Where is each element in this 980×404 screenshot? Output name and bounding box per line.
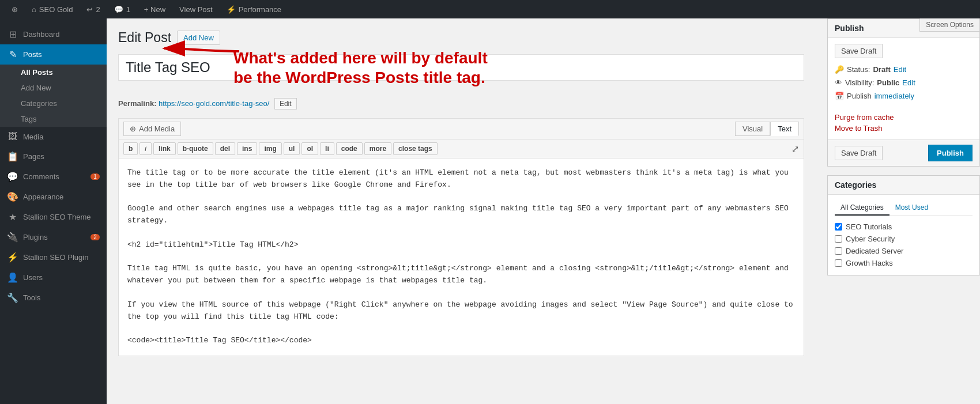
wp-logo-item[interactable]: ⊛ — [6, 0, 24, 18]
submenu-tags[interactable]: Tags — [0, 111, 107, 127]
sidebar-item-comments[interactable]: 💬 Comments 1 — [0, 167, 107, 187]
sidebar-item-posts[interactable]: ✎ Posts — [0, 44, 107, 65]
ol-button[interactable]: ol — [301, 142, 318, 155]
category-growth-hacks: Growth Hacks — [835, 257, 973, 269]
performance-icon: ⚡ — [227, 5, 236, 14]
img-button[interactable]: img — [259, 142, 281, 155]
sidebar: ⊞ Dashboard ✎ Posts All Posts Add New Ca… — [0, 18, 107, 404]
publish-time-link[interactable]: immediately — [875, 92, 914, 100]
annotation-text: What's added here will by default be the… — [233, 48, 488, 87]
sidebar-item-stallion-seo-theme[interactable]: ★ Stallion SEO Theme — [0, 207, 107, 227]
tools-icon: 🔧 — [7, 292, 18, 303]
permalink-edit-button[interactable]: Edit — [274, 98, 297, 110]
comments-badge: 1 — [91, 173, 100, 180]
sidebar-item-label: Pages — [23, 152, 44, 161]
expand-editor-button[interactable]: ⤢ — [791, 144, 799, 154]
ul-button[interactable]: ul — [284, 142, 300, 155]
editor-toolbar-left: ⊕ Add Media — [123, 122, 181, 136]
comments-item[interactable]: 💬 1 — [108, 0, 136, 18]
ins-button[interactable]: ins — [237, 142, 257, 155]
submenu-add-new[interactable]: Add New — [0, 80, 107, 96]
permalink-bar: Permalink: https://seo-gold.com/title-ta… — [118, 98, 804, 110]
bquote-button[interactable]: b-quote — [178, 142, 213, 155]
publish-save-draft-button[interactable]: Save Draft — [835, 146, 883, 160]
editor-container: ⊕ Add Media Visual Text b i link b-quote… — [118, 118, 804, 356]
status-edit-link[interactable]: Edit — [894, 65, 906, 74]
cat-checkbox-cyber-security[interactable] — [835, 235, 842, 243]
purge-cache-link[interactable]: Purge from cache — [835, 113, 973, 122]
cat-tab-most[interactable]: Most Used — [889, 201, 934, 216]
sidebar-item-label: Stallion SEO Theme — [23, 213, 91, 221]
right-sidebar: Publish Save Draft 🔑 Status: Draft Edit … — [816, 18, 980, 404]
revisions-item[interactable]: ↩ 2 — [81, 0, 105, 18]
save-draft-button[interactable]: Save Draft — [835, 44, 883, 58]
add-media-button[interactable]: ⊕ Add Media — [123, 122, 181, 136]
sidebar-item-plugins[interactable]: 🔌 Plugins 2 — [0, 227, 107, 247]
category-seo-tutorials: SEO Tutorials — [835, 221, 973, 233]
posts-submenu: All Posts Add New Categories Tags — [0, 65, 107, 127]
cat-checkbox-seo-tutorials[interactable] — [835, 223, 842, 231]
screen-options-button[interactable]: Screen Options — [919, 18, 980, 32]
status-icon: 🔑 — [835, 65, 844, 74]
italic-button[interactable]: i — [140, 142, 152, 155]
tab-text[interactable]: Text — [770, 122, 799, 136]
status-row: 🔑 Status: Draft Edit — [835, 63, 973, 76]
site-name-item[interactable]: ⌂ SEO Gold — [26, 0, 78, 18]
editor-content-area[interactable]: The title tag or to be more accurate the… — [119, 158, 804, 356]
code-button[interactable]: code — [336, 142, 363, 155]
sidebar-item-stallion-seo-plugin[interactable]: ⚡ Stallion SEO Plugin — [0, 247, 107, 267]
view-post-item[interactable]: View Post — [174, 0, 218, 18]
submenu-categories[interactable]: Categories — [0, 96, 107, 111]
sidebar-item-tools[interactable]: 🔧 Tools — [0, 288, 107, 308]
del-button[interactable]: del — [215, 142, 235, 155]
categories-box: Categories All Categories Most Used SEO … — [827, 175, 980, 275]
pages-icon: 📋 — [7, 151, 18, 162]
li-button[interactable]: li — [320, 142, 334, 155]
dashboard-icon: ⊞ — [7, 29, 18, 40]
cat-checkbox-dedicated-server[interactable] — [835, 247, 842, 255]
categories-box-header[interactable]: Categories — [828, 176, 979, 195]
new-item[interactable]: + New — [138, 0, 171, 18]
wp-logo-icon: ⊛ — [12, 5, 18, 14]
visibility-row: 👁 Visibility: Public Edit — [835, 76, 973, 89]
sidebar-item-label: Stallion SEO Plugin — [23, 253, 88, 262]
editor-toolbar-buttons: b i link b-quote del ins img ul ol li co… — [119, 139, 804, 158]
users-icon: 👤 — [7, 272, 18, 283]
sidebar-item-dashboard[interactable]: ⊞ Dashboard — [0, 24, 107, 44]
sidebar-item-label: Users — [23, 273, 43, 282]
appearance-icon: 🎨 — [7, 191, 18, 202]
plugins-icon: 🔌 — [7, 232, 18, 243]
posts-icon: ✎ — [7, 49, 18, 60]
move-to-trash-link[interactable]: Move to Trash — [835, 124, 973, 133]
sidebar-item-label: Appearance — [23, 192, 63, 201]
cat-checkbox-growth-hacks[interactable] — [835, 259, 842, 267]
categories-tabs: All Categories Most Used — [835, 201, 973, 216]
sidebar-item-label: Posts — [23, 50, 42, 59]
cat-label-dedicated-server: Dedicated Server — [846, 247, 903, 255]
calendar-icon: 📅 — [835, 92, 844, 100]
submenu-all-posts[interactable]: All Posts — [0, 65, 107, 80]
publish-box: Publish Save Draft 🔑 Status: Draft Edit … — [827, 18, 980, 167]
sidebar-item-media[interactable]: 🖼 Media — [0, 127, 107, 146]
permalink-url[interactable]: https://seo-gold.com/title-tag-seo/ — [159, 99, 269, 108]
tab-visual[interactable]: Visual — [735, 122, 770, 136]
more-button[interactable]: more — [364, 142, 391, 155]
category-cyber-security: Cyber Security — [835, 233, 973, 245]
cat-tab-all[interactable]: All Categories — [835, 201, 889, 216]
add-new-button[interactable]: Add New — [177, 31, 220, 45]
home-icon: ⌂ — [32, 5, 36, 14]
publish-links: Purge from cache Move to Trash — [828, 108, 979, 139]
link-button[interactable]: link — [153, 142, 176, 155]
admin-bar: ⊛ ⌂ SEO Gold ↩ 2 💬 1 + New View Post ⚡ P… — [0, 0, 980, 18]
sidebar-item-pages[interactable]: 📋 Pages — [0, 146, 107, 167]
sidebar-item-users[interactable]: 👤 Users — [0, 267, 107, 288]
bold-button[interactable]: b — [123, 142, 138, 155]
publish-button[interactable]: Publish — [928, 145, 973, 161]
add-media-icon: ⊕ — [130, 124, 136, 133]
sidebar-item-label: Plugins — [23, 233, 48, 241]
performance-item[interactable]: ⚡ Performance — [221, 0, 287, 18]
visibility-icon: 👁 — [835, 78, 842, 87]
visibility-edit-link[interactable]: Edit — [902, 78, 915, 87]
sidebar-item-appearance[interactable]: 🎨 Appearance — [0, 187, 107, 207]
close-tags-button[interactable]: close tags — [393, 142, 438, 155]
